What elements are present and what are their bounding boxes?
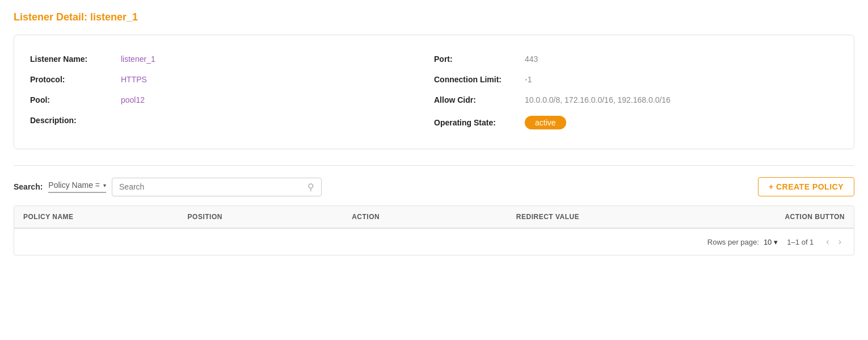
allow-cidr-value: 10.0.0.0/8, 172.16.0.0/16, 192.168.0.0/1… xyxy=(525,95,671,104)
page-prev-button[interactable]: ‹ xyxy=(823,236,832,248)
col-policy-name: POLICY NAME xyxy=(23,213,188,221)
operating-state-row: Operating State: active xyxy=(434,110,838,135)
page-info: 1–1 of 1 xyxy=(787,238,814,246)
search-input[interactable] xyxy=(119,182,307,191)
table-container: POLICY NAME POSITION ACTION REDIRECT VAL… xyxy=(14,205,854,255)
operating-state-label: Operating State: xyxy=(434,118,525,127)
detail-right: Port: 443 Connection Limit: -1 Allow Cid… xyxy=(434,49,838,135)
col-position: POSITION xyxy=(188,213,352,221)
protocol-value: HTTPS xyxy=(121,75,147,84)
col-redirect-value: REDIRECT VALUE xyxy=(516,213,681,221)
port-row: Port: 443 xyxy=(434,49,838,69)
pool-value: pool12 xyxy=(121,95,145,104)
page-container: Listener Detail: listener_1 Listener Nam… xyxy=(0,0,868,340)
page-title-prefix: Listener Detail: xyxy=(14,11,87,23)
listener-name-label: Listener Name: xyxy=(30,54,121,64)
listener-name-row: Listener Name: listener_1 xyxy=(30,49,434,69)
search-icon: ⚲ xyxy=(307,182,314,192)
description-row: Description: xyxy=(30,110,434,131)
description-label: Description: xyxy=(30,116,121,125)
connection-limit-value: -1 xyxy=(525,75,532,84)
search-left: Search: Policy Name = ▾ ⚲ xyxy=(14,178,322,196)
rows-per-page-value: 10 xyxy=(764,238,772,246)
page-title: Listener Detail: listener_1 xyxy=(14,11,854,23)
detail-left: Listener Name: listener_1 Protocol: HTTP… xyxy=(30,49,434,135)
connection-limit-label: Connection Limit: xyxy=(434,75,525,84)
col-action: ACTION xyxy=(352,213,516,221)
detail-grid: Listener Name: listener_1 Protocol: HTTP… xyxy=(30,49,838,135)
allow-cidr-row: Allow Cidr: 10.0.0.0/8, 172.16.0.0/16, 1… xyxy=(434,90,838,110)
listener-name-value: listener_1 xyxy=(121,54,155,64)
search-label: Search: xyxy=(14,182,43,191)
table-header: POLICY NAME POSITION ACTION REDIRECT VAL… xyxy=(14,206,854,228)
rows-per-page-select[interactable]: 10 ▾ xyxy=(764,238,778,246)
search-section: Search: Policy Name = ▾ ⚲ + CREATE POLIC… xyxy=(14,177,854,196)
rows-per-page: Rows per page: 10 ▾ xyxy=(707,238,778,246)
protocol-row: Protocol: HTTPS xyxy=(30,69,434,90)
rows-per-page-chevron-icon: ▾ xyxy=(774,238,778,246)
page-next-button[interactable]: › xyxy=(835,236,845,248)
page-nav: ‹ › xyxy=(823,236,845,248)
pool-label: Pool: xyxy=(30,95,121,104)
protocol-label: Protocol: xyxy=(30,75,121,84)
search-input-wrapper: ⚲ xyxy=(112,178,322,196)
col-action-button: ACTION BUTTON xyxy=(680,213,845,221)
allow-cidr-label: Allow Cidr: xyxy=(434,95,525,104)
search-dropdown[interactable]: Policy Name = ▾ xyxy=(48,181,106,193)
search-dropdown-text: Policy Name = xyxy=(48,181,100,190)
port-value: 443 xyxy=(525,54,538,64)
port-label: Port: xyxy=(434,54,525,64)
page-title-name: listener_1 xyxy=(90,11,138,23)
detail-card: Listener Name: listener_1 Protocol: HTTP… xyxy=(14,35,854,149)
pool-row: Pool: pool12 xyxy=(30,90,434,110)
section-divider xyxy=(14,165,854,166)
create-policy-button[interactable]: + CREATE POLICY xyxy=(758,177,854,196)
rows-per-page-label: Rows per page: xyxy=(707,238,759,246)
connection-limit-row: Connection Limit: -1 xyxy=(434,69,838,90)
operating-state-badge: active xyxy=(525,116,566,129)
chevron-down-icon: ▾ xyxy=(103,182,106,188)
pagination-bar: Rows per page: 10 ▾ 1–1 of 1 ‹ › xyxy=(14,228,854,255)
